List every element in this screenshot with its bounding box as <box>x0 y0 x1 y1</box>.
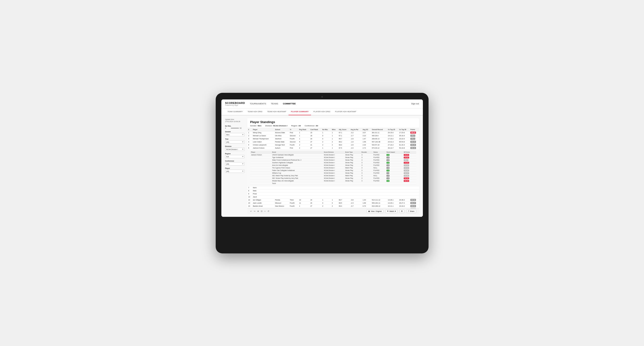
tt-event: The Cypress Point Classic <box>271 167 323 169</box>
share-button[interactable]: ⤴ Share <box>406 209 416 213</box>
tooltip-inner: Player Event Event Division Event Type R… <box>248 150 418 185</box>
clock-button[interactable]: ⏱ <box>268 210 270 212</box>
player-label: Player <box>225 168 244 169</box>
undo-button[interactable]: ↩ <box>250 210 252 212</box>
wins-cell: 1 <box>331 198 338 201</box>
nav-tournaments[interactable]: TOURNAMENTS <box>250 102 266 105</box>
avg-sg-cell: 1.68 <box>362 201 371 204</box>
year-select[interactable]: (All) ▾ <box>225 140 244 144</box>
empty-cell <box>274 189 419 192</box>
points-cell[interactable]: 70.2 <box>410 137 419 140</box>
tab-team-h2h-heatmap[interactable]: TEAM H2H HEATMAP <box>265 109 288 115</box>
rank-cell: 10 <box>248 195 252 198</box>
rank-cell: 5 <box>248 143 252 147</box>
tt-status: PLAYED <box>372 156 386 159</box>
tt-division: NCAA Division I <box>323 172 344 174</box>
tab-player-summary[interactable]: PLAYER SUMMARY <box>288 109 311 115</box>
wins-cell: 2 <box>331 143 338 147</box>
conference-select[interactable]: (All) ▾ <box>225 162 244 166</box>
yr-cell: Fourth <box>289 143 298 147</box>
no-rds-track[interactable] <box>231 128 239 129</box>
points-cell[interactable]: 76.3 <box>410 134 419 137</box>
school-cell: New Mexico <box>274 204 289 208</box>
player-name-cell: Jackson Kolson <box>252 147 274 150</box>
conf-rank-cell: 24 <box>309 201 321 204</box>
adj-score-cell: 69.4 <box>338 204 350 208</box>
points-cell[interactable]: 60.02 <box>410 204 419 208</box>
watch-button[interactable]: 👁 Watch ▾ <box>385 209 398 213</box>
view-original-button[interactable]: ◉ View: Original <box>366 209 383 213</box>
tt-h-event: Event <box>271 151 323 154</box>
left-sidebar: Update time: 27/01/2024 16:56:26 No Rds.… <box>225 118 244 214</box>
record-cell: 208-06-13 <box>371 137 387 140</box>
tt-division: NCAA Division I <box>323 179 344 182</box>
vs50-cell: 50-16-8 <box>398 147 410 150</box>
table-row: 1 Wenyi Ding Arizona State First 1 15 1 … <box>248 131 419 134</box>
tab-team-summary[interactable]: TEAM SUMMARY <box>225 109 245 115</box>
tt-rank-impact: +1 <box>386 154 403 156</box>
yr-cell: Fourth <box>289 201 298 204</box>
tt-player: Jackson Kolson <box>250 154 271 156</box>
nav-committee[interactable]: COMMITTEE <box>283 102 296 105</box>
tt-type: Stroke Play <box>344 156 361 159</box>
gender-select[interactable]: Men ▾ <box>225 133 244 136</box>
sign-out-link[interactable]: Sign out <box>411 103 419 105</box>
tt-type: Stroke Play <box>344 179 361 182</box>
download-button[interactable]: ⬇ <box>400 209 404 213</box>
tab-player-h2h-heatmap[interactable]: PLAYER H2H HEATMAP <box>333 109 359 115</box>
points-cell[interactable]: 80.34 <box>410 140 419 143</box>
player-name-cell: Jacot <box>252 195 274 198</box>
th-to-par: Avg to-Par <box>350 128 362 131</box>
record-cell: 674-33-12 <box>371 147 387 150</box>
content-header: Player Standings Gender: Men Division: N… <box>248 118 419 128</box>
no-rds-slider-row: 4 52 <box>225 127 244 129</box>
rank-cell: 9 <box>248 192 252 195</box>
avg-sg-cell: 2.34 <box>362 143 371 147</box>
school-cell: Stanford <box>274 137 289 140</box>
yr-cell: Fourth <box>289 204 298 208</box>
redo-button[interactable]: ↪ <box>254 210 256 212</box>
vs25-cell: 17-10-2 <box>387 137 398 140</box>
points-cell[interactable]: 68.18 <box>410 147 419 150</box>
points-cell[interactable]: 80.49 <box>410 143 419 147</box>
copy-button[interactable]: ⊕ <box>257 210 259 212</box>
paste-button[interactable]: ⊡ <box>261 210 262 212</box>
record-cell: 547-142-38 <box>371 140 387 143</box>
tt-type: Match Play <box>344 174 361 177</box>
tt-player <box>250 164 271 167</box>
empty-cell <box>274 195 419 198</box>
reg-rank-cell: 2 <box>298 143 309 147</box>
update-time: Update time: 27/01/2024 16:56:26 <box>225 118 244 123</box>
points-cell[interactable]: 80.22 <box>410 131 419 134</box>
wins-cell: 0 <box>331 201 338 204</box>
vs50-cell: 19-16-2 <box>398 204 410 208</box>
tt-status: PLAYED <box>372 159 386 161</box>
tooltip-event-row: Amer An Intercollegiate NCAA Division I … <box>250 164 416 167</box>
vs25-cell: 29-15-0 <box>387 131 398 134</box>
points-cell[interactable]: 60.58 <box>410 198 419 201</box>
nav-teams[interactable]: TEAMS <box>271 102 278 105</box>
rank-cell: 6 <box>248 147 252 150</box>
tab-team-h2h-grid[interactable]: TEAM H2H GRID <box>245 109 265 115</box>
region-select[interactable]: N/A ▾ <box>225 155 244 158</box>
th-no-rds: No Rds. <box>322 128 331 131</box>
rank-cell: 4 <box>248 140 252 143</box>
content-area: Player Standings Gender: Men Division: N… <box>248 118 419 214</box>
avg-sg-cell: 1.47 <box>362 137 371 140</box>
no-rds-cell: 0 <box>322 137 331 140</box>
camera <box>322 96 323 98</box>
tooltip-row: Player Event Event Division Event Type R… <box>248 150 419 186</box>
tab-player-h2h-grid[interactable]: PLAYER H2H GRID <box>311 109 332 115</box>
no-rds-cell: 2 <box>322 204 331 208</box>
record-cell: 381-01-11 <box>371 131 387 134</box>
other-button[interactable]: ▫▫ <box>264 210 266 212</box>
tt-event: Mirabel Maui Jim Intercollegiate <box>271 179 323 182</box>
tt-rank-impact: +1 <box>386 179 403 182</box>
points-cell[interactable]: 60.27 <box>410 201 419 204</box>
reg-rank-cell: 2 <box>298 147 309 150</box>
division-select[interactable]: NCAA Division I ▾ <box>225 148 244 151</box>
table-container[interactable]: # Player School Yr Reg Rank Conf Rank No… <box>248 128 419 208</box>
player-select[interactable]: (All) ▾ <box>225 170 244 173</box>
content-title: Player Standings <box>250 120 416 124</box>
player-name-cell: Michael La Sasso <box>252 134 274 137</box>
